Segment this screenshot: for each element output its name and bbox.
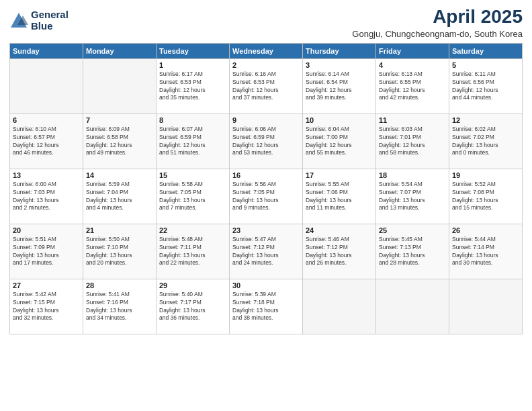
calendar-week-row: 1Sunrise: 6:17 AM Sunset: 6:53 PM Daylig… — [10, 58, 523, 113]
col-monday: Monday — [83, 43, 157, 58]
day-number: 30 — [232, 281, 300, 289]
table-row — [303, 279, 376, 334]
day-info: Sunrise: 5:52 AM Sunset: 7:08 PM Dayligh… — [452, 181, 519, 213]
day-info: Sunrise: 5:58 AM Sunset: 7:05 PM Dayligh… — [159, 181, 226, 213]
day-info: Sunrise: 5:50 AM Sunset: 7:10 PM Dayligh… — [86, 236, 153, 268]
day-number: 14 — [86, 171, 153, 179]
table-row: 17Sunrise: 5:55 AM Sunset: 7:06 PM Dayli… — [303, 169, 376, 224]
table-row: 29Sunrise: 5:40 AM Sunset: 7:17 PM Dayli… — [157, 279, 230, 334]
page: General Blue April 2025 Gongju, Chungche… — [0, 0, 532, 411]
day-number: 8 — [159, 116, 226, 124]
col-friday: Friday — [376, 43, 449, 58]
logo-text: General Blue — [31, 9, 69, 32]
day-info: Sunrise: 6:09 AM Sunset: 6:58 PM Dayligh… — [86, 126, 153, 158]
day-info: Sunrise: 6:07 AM Sunset: 6:59 PM Dayligh… — [159, 126, 226, 158]
day-number: 10 — [306, 116, 373, 124]
day-number: 9 — [232, 116, 300, 124]
header: General Blue April 2025 Gongju, Chungche… — [9, 7, 523, 39]
table-row: 10Sunrise: 6:04 AM Sunset: 7:00 PM Dayli… — [303, 113, 376, 169]
day-info: Sunrise: 6:06 AM Sunset: 6:59 PM Dayligh… — [232, 126, 300, 158]
table-row — [10, 58, 83, 113]
table-row: 15Sunrise: 5:58 AM Sunset: 7:05 PM Dayli… — [157, 169, 230, 224]
day-number: 18 — [379, 171, 446, 179]
table-row: 2Sunrise: 6:16 AM Sunset: 6:53 PM Daylig… — [230, 58, 303, 113]
table-row: 13Sunrise: 6:00 AM Sunset: 7:03 PM Dayli… — [10, 169, 83, 224]
day-info: Sunrise: 6:02 AM Sunset: 7:02 PM Dayligh… — [452, 126, 519, 158]
day-info: Sunrise: 6:10 AM Sunset: 6:57 PM Dayligh… — [13, 126, 80, 158]
table-row: 30Sunrise: 5:39 AM Sunset: 7:18 PM Dayli… — [230, 279, 303, 334]
day-info: Sunrise: 6:14 AM Sunset: 6:54 PM Dayligh… — [306, 71, 373, 103]
day-number: 16 — [232, 171, 300, 179]
logo: General Blue — [9, 9, 69, 32]
day-info: Sunrise: 5:56 AM Sunset: 7:05 PM Dayligh… — [232, 181, 300, 213]
day-number: 22 — [159, 226, 226, 234]
day-number: 5 — [452, 61, 519, 69]
day-info: Sunrise: 5:40 AM Sunset: 7:17 PM Dayligh… — [159, 291, 226, 323]
table-row: 20Sunrise: 5:51 AM Sunset: 7:09 PM Dayli… — [10, 224, 83, 279]
table-row: 22Sunrise: 5:48 AM Sunset: 7:11 PM Dayli… — [157, 224, 230, 279]
day-number: 12 — [452, 116, 519, 124]
table-row: 5Sunrise: 6:11 AM Sunset: 6:56 PM Daylig… — [449, 58, 523, 113]
day-number: 7 — [86, 116, 153, 124]
calendar-week-row: 6Sunrise: 6:10 AM Sunset: 6:57 PM Daylig… — [10, 113, 523, 169]
day-number: 26 — [452, 226, 519, 234]
day-info: Sunrise: 5:42 AM Sunset: 7:15 PM Dayligh… — [13, 291, 80, 323]
day-number: 29 — [159, 281, 226, 289]
day-number: 15 — [159, 171, 226, 179]
table-row — [449, 279, 523, 334]
day-info: Sunrise: 5:59 AM Sunset: 7:04 PM Dayligh… — [86, 181, 153, 213]
day-info: Sunrise: 5:47 AM Sunset: 7:12 PM Dayligh… — [232, 236, 300, 268]
day-info: Sunrise: 5:46 AM Sunset: 7:12 PM Dayligh… — [306, 236, 373, 268]
day-number: 19 — [452, 171, 519, 179]
table-row — [83, 58, 157, 113]
day-number: 3 — [306, 61, 373, 69]
col-saturday: Saturday — [449, 43, 523, 58]
day-info: Sunrise: 6:16 AM Sunset: 6:53 PM Dayligh… — [232, 71, 300, 103]
day-info: Sunrise: 5:51 AM Sunset: 7:09 PM Dayligh… — [13, 236, 80, 268]
table-row: 12Sunrise: 6:02 AM Sunset: 7:02 PM Dayli… — [449, 113, 523, 169]
day-info: Sunrise: 5:54 AM Sunset: 7:07 PM Dayligh… — [379, 181, 446, 213]
day-number: 4 — [379, 61, 446, 69]
table-row: 23Sunrise: 5:47 AM Sunset: 7:12 PM Dayli… — [230, 224, 303, 279]
table-row: 26Sunrise: 5:44 AM Sunset: 7:14 PM Dayli… — [449, 224, 523, 279]
table-row: 7Sunrise: 6:09 AM Sunset: 6:58 PM Daylig… — [83, 113, 157, 169]
calendar-week-row: 27Sunrise: 5:42 AM Sunset: 7:15 PM Dayli… — [10, 279, 523, 334]
table-row: 27Sunrise: 5:42 AM Sunset: 7:15 PM Dayli… — [10, 279, 83, 334]
table-row: 6Sunrise: 6:10 AM Sunset: 6:57 PM Daylig… — [10, 113, 83, 169]
day-number: 1 — [159, 61, 226, 69]
day-number: 27 — [13, 281, 80, 289]
day-number: 21 — [86, 226, 153, 234]
day-info: Sunrise: 5:39 AM Sunset: 7:18 PM Dayligh… — [232, 291, 300, 323]
day-number: 11 — [379, 116, 446, 124]
day-info: Sunrise: 6:13 AM Sunset: 6:55 PM Dayligh… — [379, 71, 446, 103]
logo-icon — [9, 11, 28, 30]
day-info: Sunrise: 6:17 AM Sunset: 6:53 PM Dayligh… — [159, 71, 226, 103]
title-month: April 2025 — [352, 7, 523, 28]
calendar-week-row: 20Sunrise: 5:51 AM Sunset: 7:09 PM Dayli… — [10, 224, 523, 279]
table-row: 28Sunrise: 5:41 AM Sunset: 7:16 PM Dayli… — [83, 279, 157, 334]
day-number: 2 — [232, 61, 300, 69]
day-number: 24 — [306, 226, 373, 234]
col-wednesday: Wednesday — [230, 43, 303, 58]
table-row: 9Sunrise: 6:06 AM Sunset: 6:59 PM Daylig… — [230, 113, 303, 169]
day-info: Sunrise: 6:11 AM Sunset: 6:56 PM Dayligh… — [452, 71, 519, 103]
col-tuesday: Tuesday — [157, 43, 230, 58]
table-row: 24Sunrise: 5:46 AM Sunset: 7:12 PM Dayli… — [303, 224, 376, 279]
day-info: Sunrise: 5:41 AM Sunset: 7:16 PM Dayligh… — [86, 291, 153, 323]
calendar-week-row: 13Sunrise: 6:00 AM Sunset: 7:03 PM Dayli… — [10, 169, 523, 224]
day-number: 23 — [232, 226, 300, 234]
day-info: Sunrise: 6:03 AM Sunset: 7:01 PM Dayligh… — [379, 126, 446, 158]
day-info: Sunrise: 5:55 AM Sunset: 7:06 PM Dayligh… — [306, 181, 373, 213]
table-row: 16Sunrise: 5:56 AM Sunset: 7:05 PM Dayli… — [230, 169, 303, 224]
table-row: 3Sunrise: 6:14 AM Sunset: 6:54 PM Daylig… — [303, 58, 376, 113]
day-info: Sunrise: 6:04 AM Sunset: 7:00 PM Dayligh… — [306, 126, 373, 158]
day-info: Sunrise: 5:45 AM Sunset: 7:13 PM Dayligh… — [379, 236, 446, 268]
table-row: 14Sunrise: 5:59 AM Sunset: 7:04 PM Dayli… — [83, 169, 157, 224]
day-number: 28 — [86, 281, 153, 289]
table-row: 25Sunrise: 5:45 AM Sunset: 7:13 PM Dayli… — [376, 224, 449, 279]
day-info: Sunrise: 6:00 AM Sunset: 7:03 PM Dayligh… — [13, 181, 80, 213]
calendar-table: Sunday Monday Tuesday Wednesday Thursday… — [9, 43, 523, 334]
day-number: 25 — [379, 226, 446, 234]
calendar-header-row: Sunday Monday Tuesday Wednesday Thursday… — [10, 43, 523, 58]
day-info: Sunrise: 5:48 AM Sunset: 7:11 PM Dayligh… — [159, 236, 226, 268]
